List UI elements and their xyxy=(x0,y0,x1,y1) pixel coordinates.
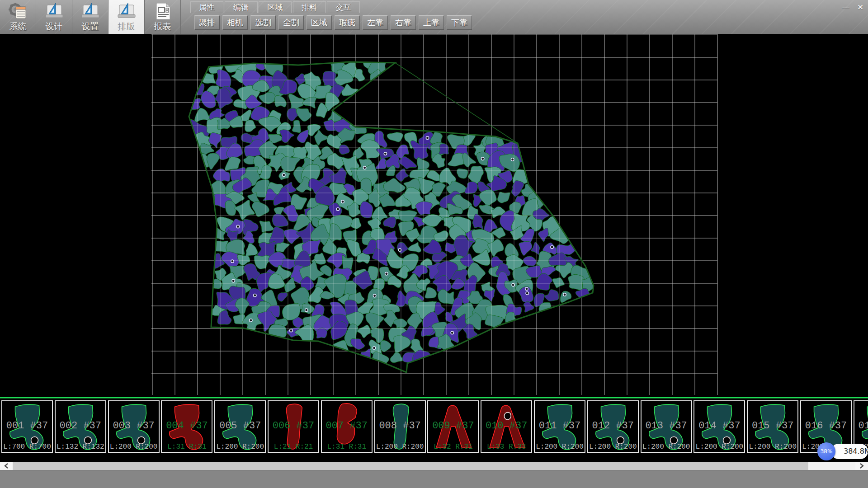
piece-thumbnail-002_#37[interactable]: 002_#37L:132 R:132 xyxy=(55,400,106,453)
tool-button-10[interactable]: 下靠 xyxy=(447,15,472,30)
piece-name: 002_#37 xyxy=(56,420,105,432)
status-badge: 384.8M 38% xyxy=(817,442,868,460)
progress-circle: 38% xyxy=(817,442,835,460)
status-bar xyxy=(0,470,868,488)
piece-lr-count: L:200 R:200 xyxy=(642,443,691,451)
menu-tab-3[interactable]: 区域 xyxy=(259,1,292,13)
mode-button-2[interactable]: 设计 xyxy=(36,0,72,34)
progress-value: 38% xyxy=(821,448,833,455)
piece-lr-count: L:200 R:200 xyxy=(535,443,585,451)
tool-button-7[interactable]: 左靠 xyxy=(363,15,388,30)
scroll-right-button[interactable] xyxy=(855,462,868,470)
piece-lr-count: L:200 R:200 xyxy=(375,443,425,451)
piece-lr-count: L:21 R:21 xyxy=(269,443,318,451)
piece-lr-count: L:200 R:200 xyxy=(748,443,797,451)
piece-lr-count: L:200 R:200 xyxy=(109,443,159,451)
menu-tab-5[interactable]: 交互 xyxy=(327,1,360,13)
piece-lr-count: L:200 R:200 xyxy=(215,443,265,451)
tool-button-1[interactable]: 聚排 xyxy=(194,15,220,30)
nesting-canvas-drawing xyxy=(0,34,868,397)
settings-ruler-icon xyxy=(80,2,100,21)
piece-name: 010_#37 xyxy=(481,420,531,432)
piece-thumbnail-012_#37[interactable]: 012_#37L:200 R:200 xyxy=(587,400,639,453)
tool-button-3[interactable]: 选割 xyxy=(250,15,276,30)
piece-lr-count: L:200 R:200 xyxy=(588,443,638,451)
tool-button-8[interactable]: 右靠 xyxy=(391,15,416,30)
piece-thumbnail-004_#37[interactable]: 004_#37L:31 R:31 xyxy=(161,400,212,453)
piece-thumbnail-strip: 001_#37L:700 R:700002_#37L:132 R:132003_… xyxy=(0,399,868,454)
scroll-left-button[interactable] xyxy=(0,462,13,470)
menu-tab-2[interactable]: 编辑 xyxy=(225,1,258,13)
nesting-canvas[interactable] xyxy=(0,34,868,397)
memory-pill: 384.8M xyxy=(831,444,868,459)
piece-name: 005_#37 xyxy=(215,420,265,432)
piece-name: 015_#37 xyxy=(748,420,797,432)
piece-thumbnail-015_#37[interactable]: 015_#37L:200 R:200 xyxy=(747,400,798,453)
piece-lr-count: L:31 R:31 xyxy=(322,443,372,451)
mode-button-5[interactable]: 报表 xyxy=(145,0,181,34)
tool-button-6[interactable]: 瑕疵 xyxy=(335,15,360,30)
tool-button-9[interactable]: 上靠 xyxy=(419,15,444,30)
piece-name: 017_#37 xyxy=(854,420,868,432)
mode-button-label: 排版 xyxy=(118,21,135,32)
piece-lr-count: L:132 R:132 xyxy=(56,443,105,451)
piece-name: 009_#37 xyxy=(428,420,478,432)
piece-thumbnail-007_#37[interactable]: 007_#37L:31 R:31 xyxy=(321,400,373,453)
scroll-left-arrow-icon xyxy=(4,463,9,469)
mode-button-label: 设置 xyxy=(82,21,99,32)
application-window: 系统设计设置排版报表 属性编辑区域排料交互 聚排相机选割全割区域瑕疵左靠右靠上靠… xyxy=(0,0,868,488)
mode-button-label: 系统 xyxy=(9,21,27,32)
scrollbar-thumb[interactable] xyxy=(13,462,808,470)
piece-lr-count: L:200 R:200 xyxy=(694,443,744,451)
piece-thumbnail-009_#37[interactable]: 009_#37L:32 R:31 xyxy=(427,400,479,453)
divider-line-bottom xyxy=(0,399,868,399)
piece-thumbnail-008_#37[interactable]: 008_#37L:200 R:200 xyxy=(374,400,426,453)
report-document-icon xyxy=(153,2,173,21)
piece-name: 001_#37 xyxy=(2,420,52,432)
memory-value: 384.8M xyxy=(844,447,868,455)
piece-thumbnail-001_#37[interactable]: 001_#37L:700 R:700 xyxy=(1,400,53,453)
window-controls: — ✕ xyxy=(840,2,866,13)
scroll-right-arrow-icon xyxy=(859,463,864,469)
piece-thumbnail-014_#37[interactable]: 014_#37L:200 R:200 xyxy=(693,400,745,453)
divider-line-top xyxy=(0,397,868,398)
piece-thumbnail-011_#37[interactable]: 011_#37L:200 R:200 xyxy=(534,400,585,453)
design-ruler-icon xyxy=(44,2,64,21)
tool-button-5[interactable]: 区域 xyxy=(307,15,332,30)
tool-button-4[interactable]: 全割 xyxy=(278,15,304,30)
piece-thumbnail-013_#37[interactable]: 013_#37L:200 R:200 xyxy=(641,400,692,453)
piece-name: 016_#37 xyxy=(801,420,851,432)
mode-button-label: 报表 xyxy=(154,21,171,32)
menu-tab-4[interactable]: 排料 xyxy=(293,1,326,13)
piece-name: 011_#37 xyxy=(535,420,585,432)
piece-thumbnail-003_#37[interactable]: 003_#37L:200 R:200 xyxy=(108,400,160,453)
piece-lr-count: L:32 R:31 xyxy=(428,443,478,451)
mode-button-1[interactable]: 系统 xyxy=(0,0,36,34)
mode-button-label: 设计 xyxy=(46,21,63,32)
piece-name: 003_#37 xyxy=(109,420,159,432)
menu-tab-1[interactable]: 属性 xyxy=(190,1,223,13)
piece-name: 014_#37 xyxy=(694,420,744,432)
piece-name: 004_#37 xyxy=(162,420,212,432)
piece-name: 012_#37 xyxy=(588,420,638,432)
piece-thumbnail-005_#37[interactable]: 005_#37L:200 R:200 xyxy=(214,400,266,453)
piece-thumbnail-006_#37[interactable]: 006_#37L:21 R:21 xyxy=(268,400,319,453)
mode-button-4[interactable]: 排版 xyxy=(108,0,145,34)
piece-name: 008_#37 xyxy=(375,420,425,432)
piece-thumbnail-010_#37[interactable]: 010_#37L:33 R:33 xyxy=(481,400,532,453)
piece-name: 013_#37 xyxy=(642,420,691,432)
piece-lr-count: L:700 R:700 xyxy=(2,443,52,451)
tool-button-2[interactable]: 相机 xyxy=(222,15,248,30)
piece-lr-count: L:31 R:31 xyxy=(162,443,212,451)
main-toolbar: 系统设计设置排版报表 属性编辑区域排料交互 聚排相机选割全割区域瑕疵左靠右靠上靠… xyxy=(0,0,868,34)
piece-lr-count: L:33 R:33 xyxy=(481,443,531,451)
piece-name: 006_#37 xyxy=(269,420,318,432)
mode-button-3[interactable]: 设置 xyxy=(72,0,108,34)
close-button[interactable]: ✕ xyxy=(854,2,866,13)
piece-name: 007_#37 xyxy=(322,420,372,432)
minimize-button[interactable]: — xyxy=(840,2,852,13)
horizontal-scrollbar[interactable] xyxy=(0,462,868,470)
system-gear-icon xyxy=(8,2,28,21)
nesting-ruler-icon xyxy=(117,2,137,21)
